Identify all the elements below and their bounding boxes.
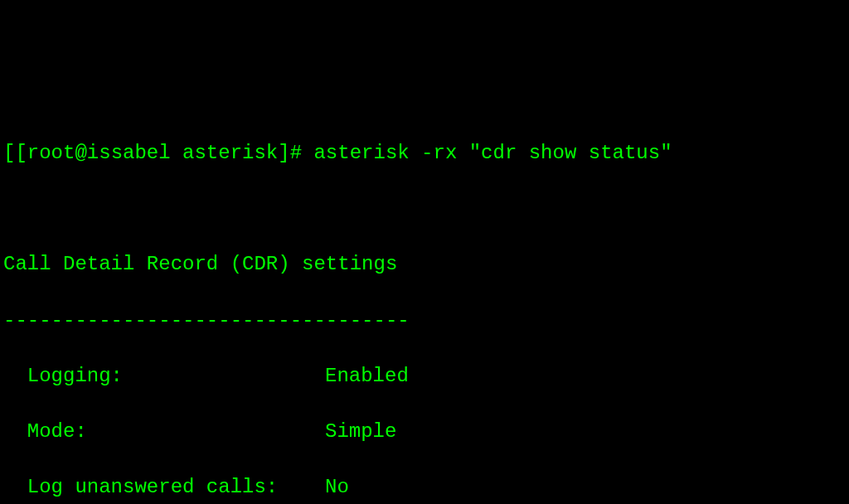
setting-row: Logging:Enabled xyxy=(3,362,846,390)
section-divider: ---------------------------------- xyxy=(3,307,846,335)
setting-label: Mode: xyxy=(3,418,325,446)
setting-value: Enabled xyxy=(325,365,409,387)
command-text: asterisk -rx "cdr show status" xyxy=(313,142,672,164)
blank-line xyxy=(3,195,846,223)
setting-label: Logging: xyxy=(3,362,325,390)
setting-row: Log unanswered calls:No xyxy=(3,473,846,502)
section-title: Call Detail Record (CDR) settings xyxy=(3,250,846,279)
prompt-line: [[root@issabel asterisk]# asterisk -rx "… xyxy=(3,139,846,167)
setting-row: Mode:Simple xyxy=(3,418,846,446)
setting-label: Log unanswered calls: xyxy=(3,473,325,502)
setting-value: Simple xyxy=(325,420,396,443)
prompt-bracket: [ xyxy=(3,142,15,164)
shell-prompt: [root@issabel asterisk]# xyxy=(15,142,313,164)
setting-value: No xyxy=(325,476,349,498)
terminal-output[interactable]: [[root@issabel asterisk]# asterisk -rx "… xyxy=(0,111,849,504)
